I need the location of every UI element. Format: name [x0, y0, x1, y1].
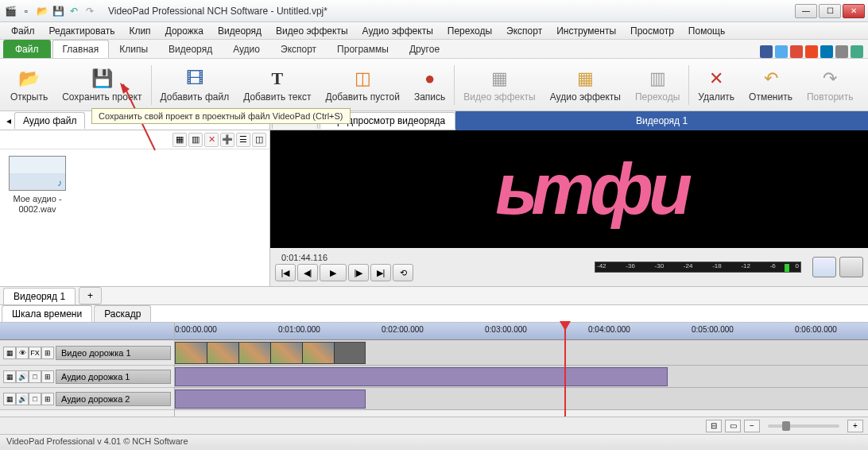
bin-list-icon[interactable]: ☰	[236, 133, 250, 147]
loop-button[interactable]: ⟲	[393, 264, 413, 281]
audio-track-2-lane[interactable]	[175, 388, 868, 410]
record-button[interactable]: ●Запись	[407, 61, 452, 109]
audio-clip-item[interactable]: Мое аудио - 0002.wav	[6, 156, 68, 280]
qat-save-icon[interactable]: 💾	[51, 4, 65, 18]
timeline-ruler[interactable]: 0:00:00.000 0:01:00.000 0:02:00.000 0:03…	[175, 323, 868, 340]
bin-area[interactable]: Мое аудио - 0002.wav	[0, 149, 269, 286]
track-eye-icon[interactable]: 👁	[16, 347, 29, 359]
goto-end-button[interactable]: ▶|	[370, 264, 391, 281]
track-btn-a4[interactable]: ⊞	[41, 370, 54, 383]
qat-new-icon[interactable]: ▫	[19, 4, 33, 18]
ribbon-tab-export[interactable]: Экспорт	[270, 40, 327, 58]
ribbon-tab-main[interactable]: Главная	[52, 40, 110, 58]
video-track-lane[interactable]	[175, 340, 868, 366]
menu-edit[interactable]: Редактировать	[43, 24, 122, 38]
bin-tab-audio[interactable]: Аудио файл	[14, 112, 85, 129]
audio-track-1-lane[interactable]	[175, 366, 868, 388]
ribbon-tab-programs[interactable]: Программы	[327, 40, 399, 58]
preview-panel: клипа Предпросмотр видеоряда Видеоряд 1 …	[270, 111, 868, 286]
bin-delete-icon[interactable]: ✕	[204, 133, 219, 147]
ribbon-tab-other[interactable]: Другое	[399, 40, 450, 58]
bin-add-icon[interactable]: ➕	[220, 133, 234, 147]
add-file-button[interactable]: 🎞Добавить файл	[153, 61, 237, 109]
google-icon[interactable]	[790, 45, 803, 58]
add-text-button[interactable]: TДобавить текст	[236, 61, 318, 109]
film-icon: 🎞	[184, 68, 206, 90]
facebook-icon[interactable]	[760, 45, 773, 58]
settings-icon[interactable]	[835, 45, 848, 58]
timeline-tracks[interactable]: 0:00:00.000 0:01:00.000 0:02:00.000 0:03…	[175, 323, 868, 417]
ribbon-tab-sequence[interactable]: Видеоряд	[158, 40, 223, 58]
track-btn-4[interactable]: ⊞	[41, 347, 54, 359]
menu-view[interactable]: Просмотр	[624, 24, 680, 38]
audio-track-1-header[interactable]: ▦🔊□⊞ Аудио дорожка 1	[0, 366, 174, 388]
maximize-button[interactable]: ☐	[819, 4, 841, 18]
twitter-icon[interactable]	[775, 45, 788, 58]
app-icon: 🎬	[3, 4, 17, 18]
zoom-btn-2[interactable]: ▭	[725, 420, 741, 432]
timeline-view-timeline[interactable]: Шкала времени	[2, 305, 92, 322]
track-mute-icon[interactable]: 🔊	[16, 370, 29, 383]
open-button[interactable]: 📂Открыть	[3, 61, 55, 109]
menu-export[interactable]: Экспорт	[500, 24, 548, 38]
delete-button[interactable]: ✕Удалить	[691, 61, 742, 109]
snapshot-button[interactable]	[839, 257, 863, 277]
open-label: Открыть	[10, 91, 48, 103]
zoom-in-button[interactable]: +	[847, 420, 863, 432]
bin-tool-2[interactable]: ▥	[188, 133, 203, 147]
ribbon-tab-file[interactable]: Файл	[3, 40, 51, 58]
audio-clip-2[interactable]	[175, 389, 366, 409]
track-btn-3[interactable]: FX	[29, 347, 41, 359]
stumble-icon[interactable]	[805, 45, 818, 58]
track-btn-1[interactable]: ▦	[3, 347, 16, 359]
audio-clip-1[interactable]	[175, 367, 668, 386]
timeline-seq-tab[interactable]: Видеоряд 1	[3, 288, 76, 304]
menu-track[interactable]: Дорожка	[159, 24, 210, 38]
menu-help[interactable]: Помощь	[682, 24, 731, 38]
ribbon: 📂Открыть 💾Сохранить проект 🎞Добавить фай…	[0, 59, 868, 111]
audio-effects-button[interactable]: ▦Аудио эффекты	[543, 61, 628, 109]
undo-button[interactable]: ↶Отменить	[742, 61, 800, 109]
zoom-out-button[interactable]: −	[744, 420, 760, 432]
audio-fx-icon: ▦	[574, 68, 596, 90]
menu-audio-effects[interactable]: Аудио эффекты	[356, 24, 440, 38]
menu-transitions[interactable]: Переходы	[441, 24, 498, 38]
track-btn-a1[interactable]: ▦	[3, 370, 16, 383]
ribbon-tab-audio[interactable]: Аудио	[223, 40, 270, 58]
step-fwd-button[interactable]: |▶	[348, 264, 369, 281]
bin-tool-1[interactable]: ▦	[172, 133, 187, 147]
playhead[interactable]	[564, 323, 566, 417]
step-back-button[interactable]: ◀|	[297, 264, 318, 281]
qat-open-icon[interactable]: 📂	[35, 4, 49, 18]
video-clip[interactable]	[175, 342, 366, 364]
menu-sequence[interactable]: Видеоряд	[211, 24, 268, 38]
dual-preview-button[interactable]	[812, 257, 836, 277]
qat-redo-icon[interactable]: ↷	[83, 4, 97, 18]
menu-video-effects[interactable]: Видео эффекты	[269, 24, 354, 38]
zoom-slider[interactable]	[768, 424, 839, 428]
add-sequence-button[interactable]: +	[79, 287, 102, 304]
goto-start-button[interactable]: |◀	[275, 264, 296, 281]
menu-file[interactable]: Файл	[5, 24, 41, 38]
play-button[interactable]: ▶	[320, 264, 347, 281]
menu-clip[interactable]: Клип	[122, 24, 157, 38]
zoom-fit-button[interactable]: ⊟	[706, 420, 722, 432]
qat-undo-icon[interactable]: ↶	[67, 4, 81, 18]
audio-track-2-header[interactable]: ▦🔊□⊞ Аудио дорожка 2	[0, 388, 174, 410]
timeline-view-storyboard[interactable]: Раскадр	[94, 305, 151, 322]
video-track-header[interactable]: ▦👁FX⊞ Видео дорожка 1	[0, 340, 174, 366]
preview-content-text: ьтфи	[495, 149, 688, 231]
close-button[interactable]: ✕	[843, 4, 865, 18]
minimize-button[interactable]: —	[795, 4, 817, 18]
bin-panel: ◂ Аудио файл ▦ ▥ ✕ ➕ ☰ ◫ Мое аудио - 000…	[0, 111, 270, 286]
save-project-button[interactable]: 💾Сохранить проект	[55, 61, 149, 109]
menu-tools[interactable]: Инструменты	[550, 24, 622, 38]
help-icon[interactable]	[851, 45, 863, 58]
text-icon: T	[266, 68, 289, 90]
ribbon-tab-clips[interactable]: Клипы	[109, 40, 158, 58]
track-btn-a3[interactable]: □	[29, 370, 41, 383]
vfx-label: Видео эффекты	[463, 91, 535, 103]
linkedin-icon[interactable]	[820, 45, 833, 58]
bin-tool-6[interactable]: ◫	[252, 133, 266, 147]
add-blank-button[interactable]: ◫Добавить пустой	[318, 61, 406, 109]
